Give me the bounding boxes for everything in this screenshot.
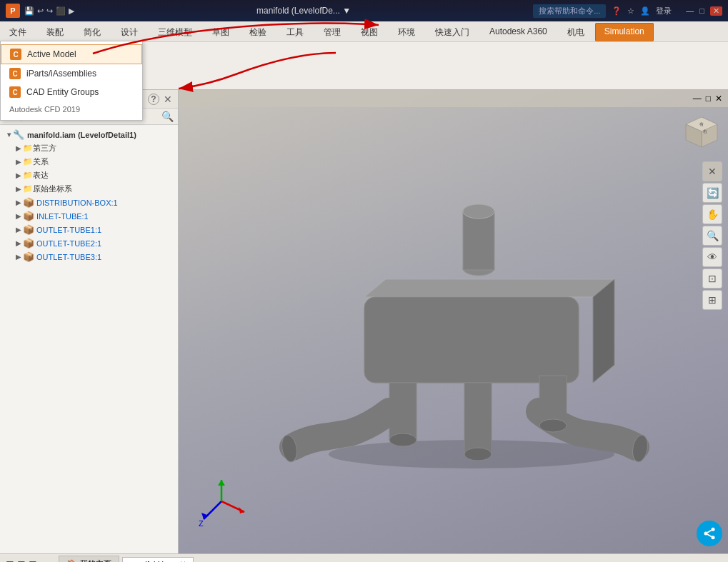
tree-root[interactable]: ▾ 🔧 manifold.iam (LevelofDetail1) bbox=[0, 128, 178, 141]
viewport-close[interactable]: ✕ bbox=[715, 94, 722, 104]
tree-label-outlet1: OUTLET-TUBE1:1 bbox=[36, 226, 101, 234]
expand-distribution[interactable]: ▶ bbox=[14, 199, 23, 206]
tree-expand-root[interactable]: ▾ bbox=[4, 131, 13, 139]
search-tree-icon[interactable]: 🔍 bbox=[161, 111, 174, 122]
minimize-button[interactable]: — bbox=[686, 6, 694, 15]
tree-item-relations[interactable]: ▶ 📁 关系 bbox=[0, 155, 178, 169]
menu-item-iparts[interactable]: C iParts/iAssemblies bbox=[1, 64, 142, 83]
bottom-icon-list[interactable]: ⊟ bbox=[17, 558, 26, 563]
tab-design[interactable]: 设计 bbox=[111, 23, 147, 41]
tab-sketch[interactable]: 草图 bbox=[203, 23, 239, 41]
model-3d-view bbox=[236, 104, 707, 532]
svg-text:Z: Z bbox=[199, 519, 204, 528]
tab-inspect[interactable]: 检验 bbox=[240, 23, 276, 41]
viewport-maximize[interactable]: □ bbox=[706, 94, 711, 104]
tree-label-inlet: INLET-TUBE:1 bbox=[36, 212, 89, 221]
login-button[interactable]: 登录 bbox=[656, 6, 672, 16]
user-icon: 👤 bbox=[640, 6, 650, 16]
viewport-minimize[interactable]: — bbox=[693, 94, 702, 104]
search-box[interactable]: 搜索帮助和命令... bbox=[533, 4, 606, 18]
expand-origin[interactable]: ▶ bbox=[14, 185, 23, 193]
tab-manage[interactable]: 管理 bbox=[314, 23, 350, 41]
quick-access-toolbar[interactable]: 💾↩↪⬛▶ bbox=[24, 6, 74, 16]
panel-close-button[interactable]: ✕ bbox=[164, 94, 172, 105]
tab-3dmodel[interactable]: 三维模型 bbox=[149, 23, 201, 41]
expand-expression[interactable]: ▶ bbox=[14, 171, 23, 179]
tab-mechanical[interactable]: 机电 bbox=[558, 23, 594, 41]
tree-item-third-party[interactable]: ▶ 📁 第三方 bbox=[0, 141, 178, 155]
side-panel: 模型 ▼ ? ✕ ⚗ 📦 装配视图 ▼ 🔍 ▾ 🔧 manifold.iam (… bbox=[0, 90, 179, 553]
active-model-menu-label: Active Model bbox=[27, 49, 76, 59]
tab-a360[interactable]: Autodesk A360 bbox=[480, 23, 557, 41]
viewport-3d[interactable]: — □ ✕ bbox=[179, 90, 728, 553]
expand-outlet2[interactable]: ▶ bbox=[14, 239, 23, 247]
tab-simplify[interactable]: 简化 bbox=[74, 23, 110, 41]
bottom-icon-arrow[interactable]: ▲ bbox=[40, 558, 50, 563]
tab-home[interactable]: 🏠 我的主页 bbox=[59, 556, 119, 562]
active-model-icon: C bbox=[10, 49, 21, 60]
rt-pan[interactable]: ✋ bbox=[702, 204, 722, 224]
tab-simulation[interactable]: Simulation bbox=[595, 23, 654, 41]
tree-item-distribution[interactable]: ▶ 📦 DISTRIBUTION-BOX:1 bbox=[0, 196, 178, 209]
tree-item-outlet3[interactable]: ▶ 📦 OUTLET-TUBE3:1 bbox=[0, 250, 178, 264]
svg-point-30 bbox=[712, 528, 715, 531]
svg-point-17 bbox=[539, 419, 567, 432]
expand-third-party[interactable]: ▶ bbox=[14, 144, 23, 152]
root-icon: 🔧 bbox=[13, 129, 24, 140]
folder-icon-origin: 📁 bbox=[23, 184, 33, 194]
expand-outlet1[interactable]: ▶ bbox=[14, 226, 23, 234]
panel-help-button[interactable]: ? bbox=[148, 94, 159, 105]
tab-assembly[interactable]: 装配 bbox=[37, 23, 73, 41]
title-bar: P 💾↩↪⬛▶ manifold (LevelofDe... ▼ 搜索帮助和命令… bbox=[0, 0, 728, 21]
view-cube[interactable]: 右 有 bbox=[682, 111, 721, 151]
coordinate-axes: Z bbox=[193, 473, 250, 532]
expand-inlet[interactable]: ▶ bbox=[14, 212, 23, 220]
expand-outlet3[interactable]: ▶ bbox=[14, 253, 23, 261]
svg-text:有: 有 bbox=[699, 122, 704, 126]
expand-relations[interactable]: ▶ bbox=[14, 158, 23, 166]
svg-marker-4 bbox=[364, 279, 614, 297]
component-icon-outlet3: 📦 bbox=[23, 251, 34, 262]
rt-section[interactable]: ⊞ bbox=[702, 290, 722, 310]
help-icon[interactable]: ❓ bbox=[612, 6, 622, 16]
svg-point-11 bbox=[389, 433, 417, 446]
rt-orbit[interactable]: 🔄 bbox=[702, 183, 722, 203]
rt-look[interactable]: 👁 bbox=[702, 247, 722, 267]
tree-label-distribution: DISTRIBUTION-BOX:1 bbox=[36, 199, 118, 207]
bottom-icon-grid[interactable]: ⊞ bbox=[6, 558, 14, 563]
title-bar-left: P 💾↩↪⬛▶ bbox=[6, 4, 74, 18]
tree-item-outlet1[interactable]: ▶ 📦 OUTLET-TUBE1:1 bbox=[0, 223, 178, 236]
tree-item-outlet2[interactable]: ▶ 📦 OUTLET-TUBE2:1 bbox=[0, 236, 178, 250]
bottom-icon-close[interactable]: ⊠ bbox=[29, 558, 37, 563]
folder-icon-third-party: 📁 bbox=[23, 144, 33, 153]
rt-zoom[interactable]: 🔍 bbox=[702, 226, 722, 246]
tree-item-inlet[interactable]: ▶ 📦 INLET-TUBE:1 bbox=[0, 209, 178, 223]
svg-line-34 bbox=[707, 530, 712, 532]
ribbon-tab-bar: 文件 装配 简化 设计 三维模型 草图 检验 工具 管理 视图 环境 快速入门 … bbox=[0, 21, 728, 42]
svg-marker-29 bbox=[218, 480, 225, 486]
tree-item-expression[interactable]: ▶ 📁 表达 bbox=[0, 169, 178, 182]
favorites-icon[interactable]: ☆ bbox=[627, 6, 634, 16]
tree-label-origin: 原始坐标系 bbox=[33, 184, 72, 194]
tab-tools[interactable]: 工具 bbox=[277, 23, 313, 41]
main-area: 模型 ▼ ? ✕ ⚗ 📦 装配视图 ▼ 🔍 ▾ 🔧 manifold.iam (… bbox=[0, 90, 728, 553]
rt-fit[interactable]: ⊡ bbox=[702, 269, 722, 288]
tab-quickstart[interactable]: 快速入门 bbox=[426, 23, 479, 41]
tab-env[interactable]: 环境 bbox=[389, 23, 424, 41]
maximize-button[interactable]: □ bbox=[699, 6, 704, 15]
close-button[interactable]: ✕ bbox=[710, 6, 722, 16]
tree-label-outlet3: OUTLET-TUBE3:1 bbox=[36, 253, 101, 261]
panel-header-buttons: ? ✕ bbox=[148, 94, 172, 105]
rt-close[interactable]: ✕ bbox=[702, 161, 722, 181]
component-icon-distribution: 📦 bbox=[23, 197, 34, 208]
menu-item-active-model[interactable]: C Active Model bbox=[1, 44, 142, 64]
menu-item-cad-groups[interactable]: C CAD Entity Groups bbox=[1, 83, 142, 101]
tree-item-origin[interactable]: ▶ 📁 原始坐标系 bbox=[0, 182, 178, 196]
tab-file[interactable]: 文件 bbox=[0, 23, 36, 41]
tab-manifold[interactable]: manifold.iam ✕ bbox=[122, 557, 194, 563]
tab-view[interactable]: 视图 bbox=[351, 23, 387, 41]
svg-rect-13 bbox=[464, 383, 492, 454]
share-button[interactable] bbox=[697, 521, 722, 546]
iparts-icon: C bbox=[9, 68, 21, 79]
svg-point-31 bbox=[704, 532, 708, 536]
